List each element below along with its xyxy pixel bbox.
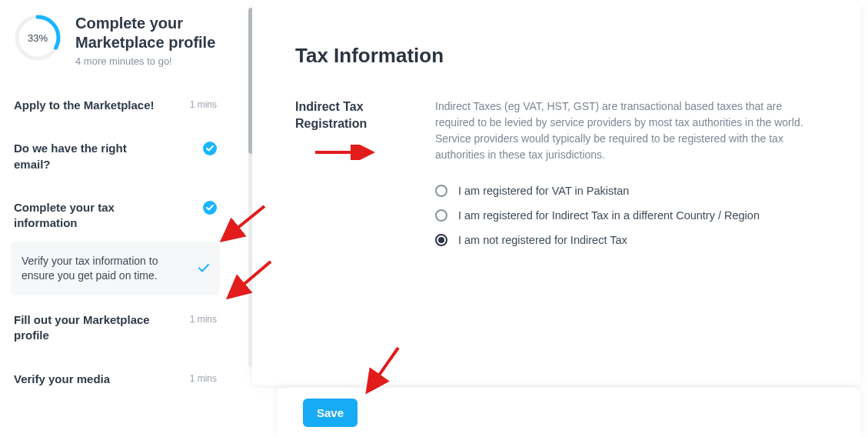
field-description: Indirect Taxes (eg VAT, HST, GST) are tr… <box>435 98 817 163</box>
substep-verify-tax[interactable]: Verify your tax information to ensure yo… <box>11 242 220 295</box>
step-tax-info[interactable]: Complete your tax information <box>0 186 231 236</box>
step-meta: 1 mins <box>190 98 217 110</box>
radio-vat-pakistan[interactable]: I am registered for VAT in Pakistan <box>435 178 817 203</box>
radio-label: I am not registered for Indirect Tax <box>458 234 627 246</box>
sidebar-title: Complete your Marketplace profile <box>75 14 217 52</box>
radio-label: I am registered for VAT in Pakistan <box>458 185 629 197</box>
check-icon <box>198 262 209 275</box>
step-verify-media[interactable]: Verify your media 1 mins <box>0 358 231 401</box>
step-label: Complete your tax information <box>14 200 160 232</box>
step-label: Fill out your Marketplace profile <box>14 312 160 344</box>
check-icon <box>203 201 217 215</box>
sidebar-subtitle: 4 more minutes to go! <box>75 55 217 67</box>
radio-icon <box>435 185 447 197</box>
step-profile[interactable]: Fill out your Marketplace profile 1 mins <box>0 299 231 358</box>
main-panel: Tax Information Indirect Tax Registratio… <box>231 0 868 437</box>
progress-ring: 33% <box>14 14 62 62</box>
footer-bar: Save <box>277 388 860 437</box>
step-label: Verify your media <box>14 372 110 387</box>
step-email[interactable]: Do we have the right email? <box>0 127 231 186</box>
step-meta: 1 mins <box>190 372 217 384</box>
substep-text: Verify your tax information to ensure yo… <box>22 254 175 283</box>
step-meta: 1 mins <box>190 312 217 325</box>
tax-info-card: Tax Information Indirect Tax Registratio… <box>252 0 860 385</box>
step-label: Do we have the right email? <box>14 141 160 172</box>
field-label: Indirect Tax Registration <box>295 98 403 252</box>
radio-label: I am registered for Indirect Tax in a di… <box>458 209 760 222</box>
step-label: Apply to the Marketplace! <box>14 98 155 113</box>
save-button[interactable]: Save <box>303 399 358 427</box>
onboarding-sidebar: 33% Complete your Marketplace profile 4 … <box>0 0 231 437</box>
progress-percent: 33% <box>14 14 62 62</box>
page-title: Tax Information <box>295 44 817 68</box>
check-icon <box>203 142 217 155</box>
radio-not-registered[interactable]: I am not registered for Indirect Tax <box>435 228 817 252</box>
step-list: Apply to the Marketplace! 1 mins Do we h… <box>0 84 231 401</box>
radio-icon <box>435 209 447 222</box>
step-apply[interactable]: Apply to the Marketplace! 1 mins <box>0 84 231 127</box>
indirect-tax-radio-group: I am registered for VAT in Pakistan I am… <box>435 178 817 252</box>
radio-icon <box>435 234 447 246</box>
radio-other-region[interactable]: I am registered for Indirect Tax in a di… <box>435 203 817 228</box>
